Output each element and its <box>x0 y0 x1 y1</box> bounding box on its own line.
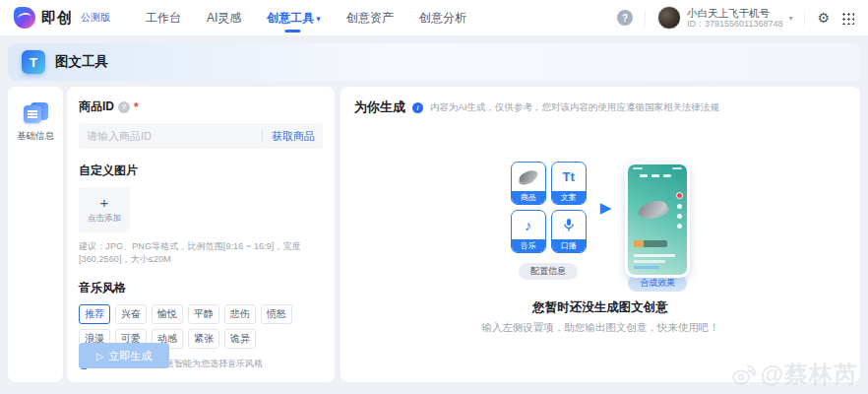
info-icon: i <box>412 102 423 113</box>
nav-item-label: 工作台 <box>146 11 181 25</box>
nav-item-creative-assets[interactable]: 创意资产 <box>346 0 394 36</box>
page-title: 图文工具 <box>55 53 108 71</box>
upload-hint-text: 点击添加 <box>88 213 121 225</box>
tag-eerie[interactable]: 诡异 <box>224 329 256 349</box>
nav-item-ai-inspiration[interactable]: AI灵感 <box>207 0 241 36</box>
tag-tense[interactable]: 紧张 <box>188 329 219 349</box>
plus-icon: + <box>100 196 109 210</box>
nav-item-workbench[interactable]: 工作台 <box>146 0 181 36</box>
gear-icon[interactable]: ⚙ <box>817 10 830 26</box>
empty-state-subtitle: 输入左侧设置项，助您输出图文创意，快来使用吧！ <box>341 321 860 335</box>
product-image <box>637 198 669 222</box>
config-box-label: 文案 <box>552 191 586 204</box>
nav-item-label: 创意分析 <box>419 11 466 25</box>
nav-item-creative-analysis[interactable]: 创意分析 <box>419 0 466 36</box>
product-id-input[interactable] <box>87 130 262 142</box>
logo[interactable]: 即创 公测版 <box>14 7 110 29</box>
logo-text: 即创 <box>41 9 73 28</box>
tag-angry[interactable]: 愤怒 <box>261 304 292 324</box>
user-name: 小白天上飞干机号 <box>687 7 782 19</box>
logo-icon <box>14 7 35 29</box>
document-icon <box>23 102 48 126</box>
image-upload-box[interactable]: + 点击添加 <box>79 187 130 232</box>
product-id-input-row: 获取商品 <box>79 123 323 149</box>
fetch-product-button[interactable]: 获取商品 <box>262 129 315 143</box>
config-box-label: 音乐 <box>512 239 545 252</box>
empty-state-illustration: 商品 Tt 文案 ♪ 音乐 <box>341 162 860 292</box>
top-navbar: 即创 公测版 工作台 AI灵感 创意工具▾ 创意资产 创意分析 ? <box>0 0 868 35</box>
phone-mockup <box>625 162 690 278</box>
user-menu[interactable]: 小白天上飞干机号 ID：3791556011368748 ▾ <box>657 6 792 30</box>
phone-screen <box>628 164 687 275</box>
product-id-label: 商品ID <box>79 98 114 115</box>
nav-item-creative-tools[interactable]: 创意工具▾ <box>267 0 321 36</box>
music-note-icon: ♪ <box>525 217 532 233</box>
divider <box>645 10 646 26</box>
text-icon: Tt <box>563 169 575 184</box>
help-icon[interactable]: ? <box>617 10 633 26</box>
app-root: 即创 公测版 工作台 AI灵感 创意工具▾ 创意资产 创意分析 ? <box>0 0 868 394</box>
tag-sad[interactable]: 悲伤 <box>224 304 256 324</box>
user-meta: 小白天上飞干机号 ID：3791556011368748 <box>687 7 782 29</box>
result-column: 合成效果 <box>625 162 690 292</box>
user-id: ID：3791556011368748 <box>687 19 782 29</box>
tag-calm[interactable]: 平静 <box>188 304 219 324</box>
required-asterisk: * <box>134 100 139 114</box>
arrow-right-icon: ▶ <box>600 199 612 217</box>
result-header: 为你生成 i 内容为AI生成，仅供参考，您对该内容的使用应遵循国家相关法律法规 <box>354 98 846 116</box>
product-icon <box>517 168 539 186</box>
config-box-copy: Tt 文案 <box>551 162 587 205</box>
empty-state-title: 您暂时还没生成图文创意 <box>341 299 860 316</box>
nav-item-label: 创意资产 <box>346 11 394 25</box>
nav-right: ? 小白天上飞干机号 ID：3791556011368748 ▾ ⚙ <box>617 6 854 30</box>
config-box-label: 商品 <box>512 191 545 204</box>
tag-joyful[interactable]: 愉悦 <box>152 304 183 324</box>
custom-image-label: 自定义图片 <box>79 163 323 179</box>
microphone-icon <box>562 218 576 232</box>
question-icon[interactable]: ? <box>118 101 130 113</box>
phone-action-icons <box>676 192 683 229</box>
play-icon: ▷ <box>96 351 104 361</box>
config-box-music: ♪ 音乐 <box>511 210 546 253</box>
apps-grid-icon[interactable] <box>841 12 854 25</box>
beta-badge: 公测版 <box>81 11 110 25</box>
config-pill: 配置信息 <box>519 263 578 280</box>
divider <box>804 10 805 26</box>
nav-item-label: 创意工具 <box>267 11 314 25</box>
image-text-tool-icon: T <box>22 50 45 74</box>
config-column: 商品 Tt 文案 ♪ 音乐 <box>511 162 587 292</box>
result-title: 为你生成 <box>354 98 405 116</box>
sidebar-item-label: 基础信息 <box>17 130 54 143</box>
sidebar: 基础信息 <box>8 87 63 382</box>
page-banner: T 图文工具 <box>8 43 860 81</box>
sidebar-item-basic-info[interactable]: 基础信息 <box>17 97 54 149</box>
config-box-product: 商品 <box>511 162 546 205</box>
config-form-card: 商品ID ? * 获取商品 自定义图片 + 点击添加 建议：JPG、PNG等格式… <box>67 87 335 382</box>
nav-item-label: AI灵感 <box>207 11 241 25</box>
tag-recommended[interactable]: 推荐 <box>79 304 110 324</box>
result-panel: 为你生成 i 内容为AI生成，仅供参考，您对该内容的使用应遵循国家相关法律法规 … <box>341 87 860 382</box>
config-box-voiceover: 口播 <box>551 210 587 253</box>
chevron-down-icon: ▾ <box>788 14 792 23</box>
active-tab-underline <box>284 30 300 33</box>
generate-button[interactable]: ▷ 立即生成 <box>79 343 169 368</box>
avatar <box>657 6 681 30</box>
nav-menu: 工作台 AI灵感 创意工具▾ 创意资产 创意分析 <box>146 0 466 36</box>
ai-disclaimer: 内容为AI生成，仅供参考，您对该内容的使用应遵循国家相关法律法规 <box>430 101 719 114</box>
tag-excited[interactable]: 兴奋 <box>115 304 147 324</box>
chevron-down-icon: ▾ <box>316 14 321 24</box>
config-grid: 商品 Tt 文案 ♪ 音乐 <box>511 162 587 253</box>
image-requirements-hint: 建议：JPG、PNG等格式，比例范围[9:16 ~ 16:9]，宽度[360,2… <box>79 240 323 266</box>
config-box-label: 口播 <box>552 239 586 252</box>
music-style-label: 音乐风格 <box>79 280 323 296</box>
product-id-label-row: 商品ID ? * <box>79 98 323 115</box>
generate-button-label: 立即生成 <box>108 349 152 363</box>
